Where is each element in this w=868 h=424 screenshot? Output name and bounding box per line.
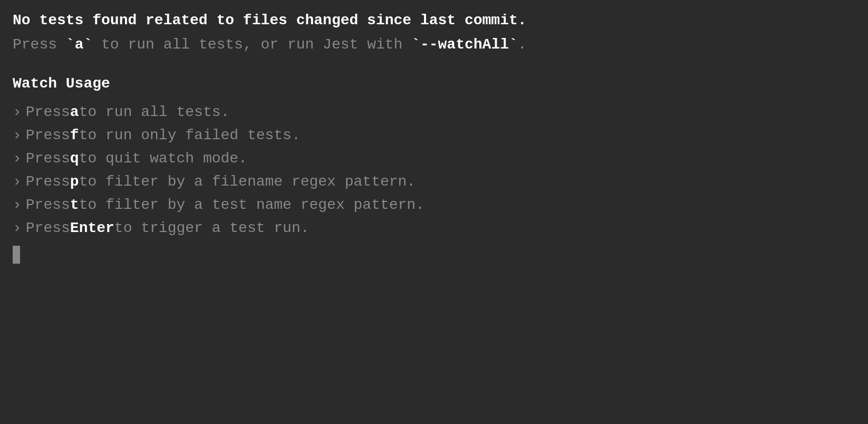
item-key: f bbox=[70, 124, 79, 147]
list-item: › Press Enter to trigger a test run. bbox=[13, 217, 855, 239]
item-suffix: to filter by a test name regex pattern. bbox=[79, 194, 425, 216]
chevron-icon: › bbox=[13, 194, 22, 216]
chevron-icon: › bbox=[13, 148, 22, 170]
subtitle-line: Press `a` to run all tests, or run Jest … bbox=[13, 34, 855, 56]
list-item: › Press q to quit watch mode. bbox=[13, 148, 855, 170]
cursor-line bbox=[13, 242, 855, 264]
subtitle-prefix: Press bbox=[13, 36, 66, 53]
item-suffix: to run only failed tests. bbox=[79, 124, 301, 147]
item-key: q bbox=[70, 148, 79, 170]
subtitle-key-watchall: `--watchAll` bbox=[411, 36, 518, 53]
item-key: t bbox=[70, 194, 79, 216]
item-prefix: Press bbox=[26, 194, 70, 216]
heading-text: No tests found related to files changed … bbox=[13, 12, 527, 28]
chevron-icon: › bbox=[13, 171, 22, 193]
item-suffix: to trigger a test run. bbox=[114, 217, 310, 239]
chevron-icon: › bbox=[13, 217, 22, 239]
item-prefix: Press bbox=[26, 101, 70, 123]
item-suffix: to quit watch mode. bbox=[79, 148, 247, 170]
subtitle-key-a: `a` bbox=[66, 36, 92, 53]
chevron-icon: › bbox=[13, 101, 22, 123]
list-item: › Press t to filter by a test name regex… bbox=[13, 194, 855, 216]
chevron-icon: › bbox=[13, 124, 22, 147]
watch-usage-heading: Watch Usage bbox=[13, 73, 855, 95]
item-prefix: Press bbox=[26, 217, 70, 239]
no-tests-heading: No tests found related to files changed … bbox=[13, 9, 855, 32]
subtitle-mid: to run all tests, or run Jest with bbox=[92, 36, 411, 53]
item-suffix: to filter by a filename regex pattern. bbox=[79, 171, 416, 193]
terminal-cursor bbox=[13, 246, 20, 264]
item-suffix: to run all tests. bbox=[79, 101, 230, 123]
terminal-window: No tests found related to files changed … bbox=[13, 9, 855, 264]
list-item: › Press p to filter by a filename regex … bbox=[13, 171, 855, 193]
item-key: a bbox=[70, 101, 79, 123]
item-key: Enter bbox=[70, 217, 114, 239]
item-prefix: Press bbox=[26, 124, 70, 147]
subtitle-suffix: . bbox=[518, 36, 527, 53]
item-prefix: Press bbox=[26, 148, 70, 170]
item-key: p bbox=[70, 171, 79, 193]
list-item: › Press a to run all tests. bbox=[13, 101, 855, 123]
item-prefix: Press bbox=[26, 171, 70, 193]
list-item: › Press f to run only failed tests. bbox=[13, 124, 855, 147]
